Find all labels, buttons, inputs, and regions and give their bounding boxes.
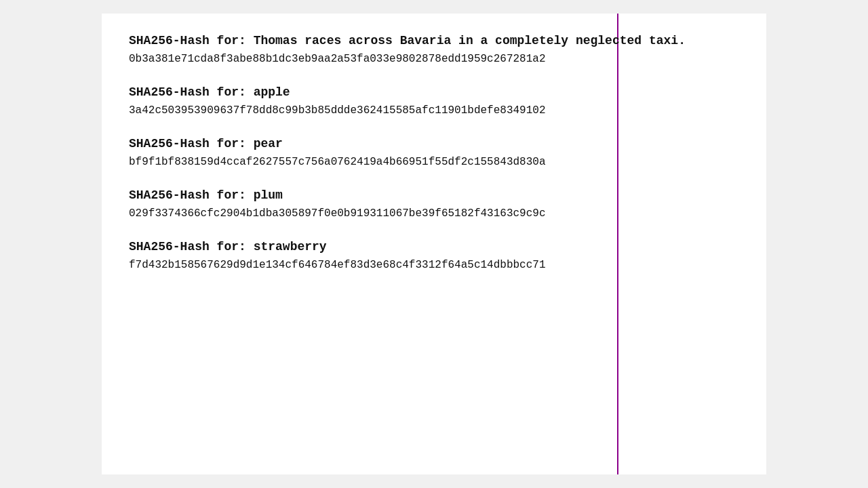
hash-entry-1: SHA256-Hash for: Thomas races across Bav… xyxy=(129,34,739,65)
hash-label-3: SHA256-Hash for: pear xyxy=(129,137,739,150)
hash-value-1: 0b3a381e71cda8f3abe88b1dc3eb9aa2a53fa033… xyxy=(129,53,739,65)
main-container: SHA256-Hash for: Thomas races across Bav… xyxy=(102,14,766,474)
hash-label-4: SHA256-Hash for: plum xyxy=(129,188,739,202)
hash-entry-4: SHA256-Hash for: plum 029f3374366cfc2904… xyxy=(129,188,739,220)
hash-value-5: f7d432b158567629d9d1e134cf646784ef83d3e6… xyxy=(129,259,739,271)
hash-label-5: SHA256-Hash for: strawberry xyxy=(129,240,739,253)
hash-entry-5: SHA256-Hash for: strawberry f7d432b15856… xyxy=(129,240,739,271)
hash-value-3: bf9f1bf838159d4ccaf2627557c756a0762419a4… xyxy=(129,156,739,168)
hash-value-4: 029f3374366cfc2904b1dba305897f0e0b919311… xyxy=(129,207,739,220)
hash-value-2: 3a42c503953909637f78dd8c99b3b85ddde36241… xyxy=(129,104,739,117)
hash-label-1: SHA256-Hash for: Thomas races across Bav… xyxy=(129,34,739,47)
hash-entry-2: SHA256-Hash for: apple 3a42c503953909637… xyxy=(129,85,739,117)
hash-label-2: SHA256-Hash for: apple xyxy=(129,85,739,99)
hash-entry-3: SHA256-Hash for: pear bf9f1bf838159d4cca… xyxy=(129,137,739,168)
